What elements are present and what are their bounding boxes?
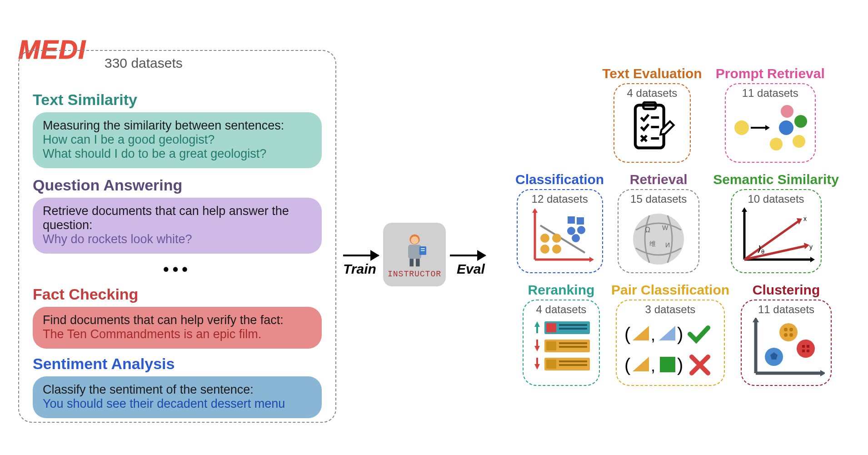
svg-point-29: [552, 234, 561, 243]
clustering-count: 11 datasets: [758, 303, 814, 316]
svg-marker-75: [633, 357, 649, 371]
fc-instruction: Find documents that can help verify the …: [43, 313, 312, 327]
prompt-retrieval-count: 11 datasets: [742, 87, 798, 100]
sentiment-analysis-title: Sentiment Analysis: [33, 355, 322, 373]
svg-rect-91: [802, 350, 805, 352]
instructor-text: INSTRUCTOR: [388, 270, 441, 279]
wikipedia-globe-icon: Ω W 维 И: [627, 207, 690, 266]
svg-rect-66: [546, 360, 556, 369]
svg-point-18: [794, 115, 807, 128]
svg-rect-7: [416, 259, 420, 266]
text-evaluation-count: 4 datasets: [627, 87, 678, 100]
svg-point-13: [734, 120, 749, 135]
clustering-card: Clustering 11 datasets: [741, 282, 832, 386]
svg-point-84: [784, 328, 788, 331]
eval-arrow: [450, 255, 485, 256]
svg-marker-15: [765, 125, 770, 130]
clipboard-icon: [628, 101, 676, 154]
classification-icon: [526, 207, 594, 266]
svg-point-85: [789, 328, 793, 331]
svg-marker-51: [534, 321, 540, 327]
svg-text:θ: θ: [761, 248, 764, 255]
reranking-card: Reranking 4 datasets: [523, 282, 600, 386]
medi-container: Text Similarity Measuring the similarity…: [18, 50, 336, 423]
train-arrow: [343, 255, 379, 256]
svg-point-17: [781, 105, 793, 118]
svg-marker-43: [742, 207, 747, 212]
svg-rect-77: [660, 357, 675, 372]
svg-rect-30: [568, 216, 575, 224]
fc-example: The Ten Commandments is an epic film.: [43, 327, 312, 341]
svg-rect-31: [577, 217, 584, 225]
svg-rect-90: [807, 345, 809, 348]
reranking-title: Reranking: [528, 282, 595, 298]
fact-checking-box: Find documents that can help verify the …: [33, 307, 322, 349]
svg-point-28: [540, 234, 549, 243]
classification-count: 12 datasets: [532, 193, 588, 205]
ts-instruction: Measuring the similarity between sentenc…: [43, 119, 312, 133]
svg-text:y: y: [809, 243, 813, 250]
text-evaluation-title: Text Evaluation: [602, 66, 702, 81]
svg-text:W: W: [662, 224, 668, 231]
prompt-retrieval-card: Prompt Retrieval 11 datasets: [716, 66, 825, 163]
svg-rect-54: [546, 323, 556, 332]
svg-marker-70: [633, 326, 649, 340]
clustering-title: Clustering: [753, 282, 820, 298]
eval-grid: Text Evaluation 4 datasets Prompt Retrie…: [495, 66, 859, 395]
svg-point-19: [793, 135, 805, 148]
sa-instruction: Classify the sentiment of the sentence:: [43, 383, 312, 397]
clustering-icon: [748, 318, 825, 379]
svg-text:,: ,: [651, 356, 655, 375]
svg-rect-60: [546, 341, 556, 350]
svg-text:И: И: [665, 241, 670, 249]
svg-point-16: [779, 120, 793, 135]
ellipsis: •••: [33, 260, 322, 279]
svg-marker-63: [534, 364, 540, 370]
instructor-box: INSTRUCTOR: [383, 223, 446, 286]
svg-point-88: [797, 340, 815, 358]
svg-rect-2: [408, 245, 421, 259]
retrieval-count: 15 datasets: [630, 193, 687, 205]
retrieval-card: Retrieval 15 datasets Ω W 维 И: [618, 172, 699, 273]
pair-classification-card: Pair Classification 3 datasets ( , ) ( ,…: [611, 282, 729, 386]
ts-example-2: What should I do to be a great geologist…: [43, 147, 312, 161]
svg-rect-92: [807, 350, 809, 352]
semantic-similarity-count: 10 datasets: [748, 193, 804, 205]
eval-label: Eval: [457, 261, 485, 277]
svg-marker-57: [534, 346, 540, 351]
svg-marker-82: [753, 318, 759, 322]
classification-title: Classification: [515, 172, 604, 187]
svg-text:(: (: [624, 324, 631, 344]
pair-classification-title: Pair Classification: [611, 282, 729, 298]
svg-marker-80: [820, 370, 825, 376]
train-label: Train: [343, 261, 376, 277]
text-similarity-title: Text Similarity: [33, 91, 322, 109]
semantic-similarity-title: Semantic Similarity: [713, 172, 839, 187]
svg-text:x: x: [803, 215, 807, 222]
qa-instruction: Retrieve documents that can help answer …: [43, 204, 312, 232]
svg-point-86: [784, 333, 788, 337]
svg-rect-6: [409, 259, 414, 266]
svg-text:): ): [677, 324, 683, 344]
svg-marker-72: [659, 326, 675, 340]
svg-text:): ): [677, 355, 683, 375]
retrieval-title: Retrieval: [630, 172, 688, 187]
prompt-retrieval-icon: [732, 101, 809, 154]
prompt-retrieval-title: Prompt Retrieval: [716, 66, 825, 81]
text-similarity-box: Measuring the similarity between sentenc…: [33, 112, 322, 168]
svg-text:,: ,: [651, 325, 655, 344]
sentiment-analysis-box: Classify the sentiment of the sentence: …: [33, 376, 322, 418]
svg-marker-48: [804, 243, 809, 249]
question-answering-box: Retrieve documents that can help answer …: [33, 198, 322, 254]
svg-point-33: [577, 226, 585, 234]
svg-point-26: [540, 245, 549, 254]
qa-example: Why do rockets look white?: [43, 232, 312, 246]
svg-marker-22: [589, 257, 594, 262]
pair-classification-count: 3 datasets: [645, 303, 696, 316]
instructor-icon: [395, 231, 434, 270]
reranking-count: 4 datasets: [536, 303, 587, 316]
svg-point-1: [411, 236, 419, 244]
classification-card: Classification 12 datasets: [515, 172, 604, 273]
svg-point-32: [567, 227, 575, 235]
question-answering-title: Question Answering: [33, 176, 322, 194]
